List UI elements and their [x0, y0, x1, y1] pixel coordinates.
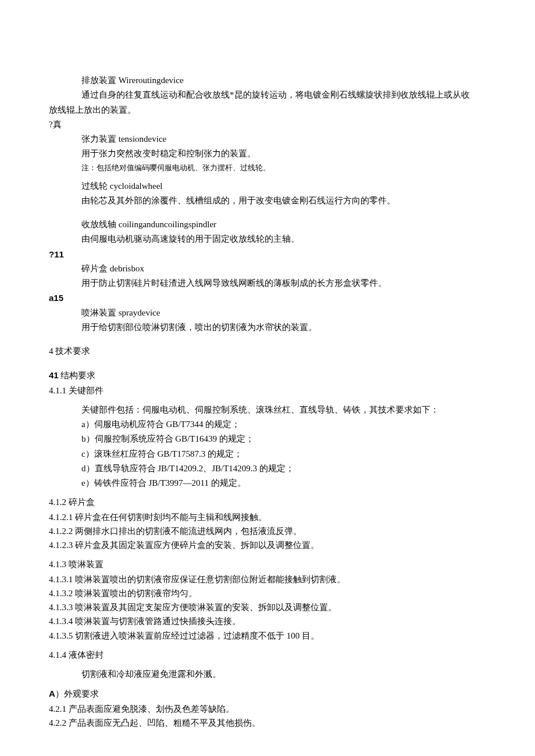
- s4135: 4.1.3.5 切割液进入喷淋装置前应经过过滤器，过滤精度不低于 100 目。: [49, 629, 486, 643]
- s4134: 4.1.3.4 喷淋装置与切割液管路通过快插接头连接。: [49, 615, 486, 628]
- term-wire-routing-title: 排放装置 Wireroutingdevice: [49, 74, 486, 87]
- term-tension-title: 张力装置 tensiondevice: [49, 132, 486, 146]
- s422: 4.2.2 产品表面应无凸起、凹陷、粗糙不平及其他损伤。: [49, 716, 486, 730]
- s414-body: 切割液和冷却液应避免泄露和外溅。: [49, 668, 486, 681]
- term-spray-body: 用于给切割部位喷淋切割液，喷出的切割液为水帘状的装置。: [49, 321, 486, 334]
- s4123: 4.1.2.3 碎片盒及其固定装置应方便碎片盒的安装、拆卸以及调整位置。: [49, 539, 486, 552]
- term-tension-note: 注：包括绝对值编码嘤伺服电动机、张力摆杆、过线轮。: [49, 162, 486, 174]
- s421: 4.2.1 产品表面应避免脱漆、划伤及色差等缺陷。: [49, 703, 486, 716]
- s4121: 4.1.2.1 碎片盒在任何切割时刻均不能与主辑和线网接触。: [49, 511, 486, 524]
- s411-c: c）滚珠丝杠应符合 GB/T17587.3 的规定；: [81, 447, 486, 461]
- term-debrisbox-body: 用于防止切割硅片时硅渣进入线网导致线网断线的薄板制成的长方形盒状零件。: [49, 277, 486, 290]
- section-4-1-2: 4.1.2 碎片盒: [49, 496, 486, 509]
- term-cycloidal-title: 过线轮 cycloidalwheel: [49, 180, 486, 193]
- term-spray-title: 喷淋装置 spraydevice: [49, 306, 486, 320]
- term-spindler-body: 由伺服电动机驱动高速旋转的用于固定收放线轮的主轴。: [49, 232, 486, 246]
- term-wire-routing-body-2: 放线辊上放出的装置。: [49, 103, 486, 117]
- term-tension-body: 用于张力突然改变时稳定和控制张力的装置。: [49, 147, 486, 160]
- term-cycloidal-body: 由轮芯及其外部的涂覆件、线槽组成的，用于改变电镀金刚石线运行方向的零件。: [49, 194, 486, 207]
- s411-e: e）铸铁件应符合 JB/T3997—2011 的规定。: [81, 476, 486, 490]
- s411-d: d）直线导轨应符合 JB/T14209.2、JB/T14209.3 的规定；: [81, 462, 486, 475]
- section-A: A）外观要求A）外观要求: [49, 687, 486, 701]
- s4131: 4.1.3.1 喷淋装置喷出的切割液帘应保证任意切割部位附近都能接触到切割液。: [49, 573, 486, 586]
- section-4-1: 41 41 结构要求结构要求: [49, 368, 486, 382]
- marker-3: a15: [49, 291, 486, 304]
- s411-a: a）伺服电动机应符合 GB/T7344 的规定；: [81, 418, 486, 431]
- s4132: 4.1.3.2 喷淋装置喷出的切割液帘均匀。: [49, 587, 486, 600]
- section-4: 4 技术要求: [49, 345, 486, 358]
- s4122: 4.1.2.2 两侧排水口排出的切割液不能流进线网内，包括液流反弹。: [49, 525, 486, 538]
- term-spindler-title: 收放线轴 coilinganduncoilingspindler: [49, 218, 486, 231]
- s411-intro: 关键部件包括：伺服电动机、伺服控制系统、滚珠丝杠、直线导轨、铸铁，其技术要求如下…: [81, 403, 486, 417]
- s4133: 4.1.3.3 喷淋装置及其固定支架应方便喷淋装置的安装、拆卸以及调整位置。: [49, 601, 486, 614]
- section-4-1-4: 4.1.4 液体密封: [49, 648, 486, 662]
- section-4-1-1: 4.1.1 关键部件: [49, 384, 486, 397]
- section-4-1-3: 4.1.3 喷淋装置: [49, 558, 486, 571]
- marker-1: ?真: [49, 118, 486, 131]
- term-debrisbox-title: 碎片盒 debrisbox: [49, 262, 486, 275]
- marker-2: ?11: [49, 248, 486, 261]
- s411-b: b）伺服控制系统应符合 GB/T16439 的规定；: [81, 432, 486, 446]
- term-wire-routing-body-1: 通过自身的往复直线运动和配合收放线*昆的旋转运动，将电镀金刚石线螺旋状排到收放线…: [49, 88, 486, 102]
